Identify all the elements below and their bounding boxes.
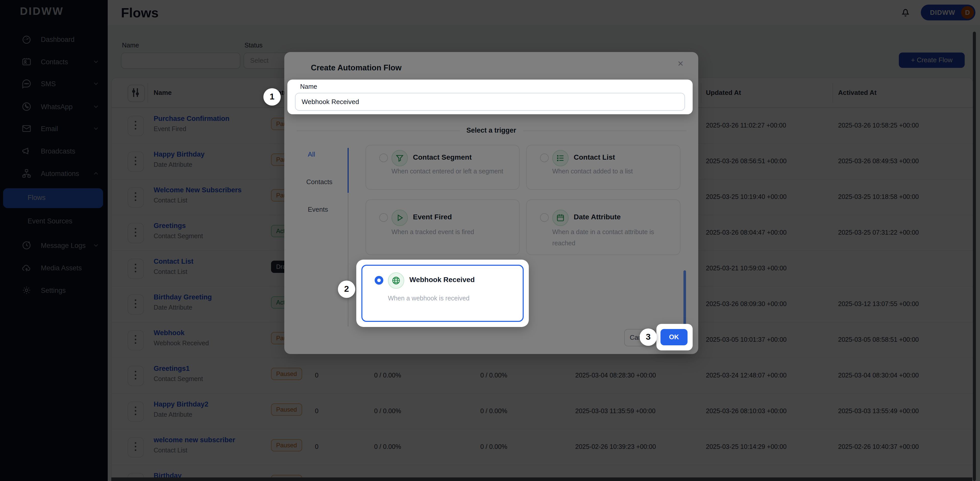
trigger-card-webhook-received[interactable]: Webhook Received When a webhook is recei… xyxy=(361,265,524,322)
spotlight-ok-button: OK xyxy=(656,324,693,351)
tutorial-overlay xyxy=(0,0,980,481)
step-badge-1: 1 xyxy=(263,88,281,106)
step-badge-2: 2 xyxy=(338,281,355,298)
app-root: DIDWW Dashboard Contacts SMS WhatsApp Em… xyxy=(0,0,980,481)
modal-name-label: Name xyxy=(300,83,317,90)
spotlight-name-field: Name Webhook Received xyxy=(287,79,693,114)
globe-icon xyxy=(388,272,404,289)
radio-selected[interactable] xyxy=(375,276,383,285)
ok-button[interactable]: OK xyxy=(660,329,687,345)
spotlight-webhook-card: Webhook Received When a webhook is recei… xyxy=(356,260,529,327)
trigger-title: Webhook Received xyxy=(409,275,475,284)
trigger-desc: When a webhook is received xyxy=(388,293,515,304)
step-badge-3: 3 xyxy=(640,329,657,346)
flow-name-input[interactable]: Webhook Received xyxy=(295,93,685,111)
